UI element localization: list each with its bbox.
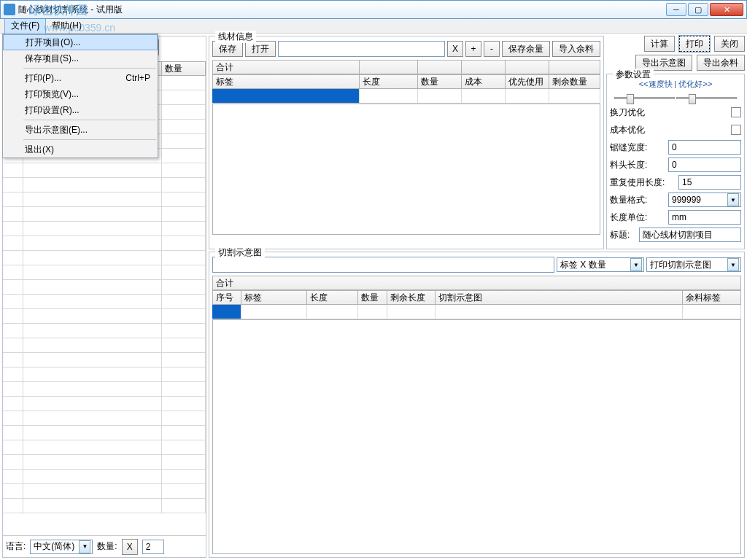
knife-label: 换刀优化 <box>610 106 665 119</box>
titlebar: 随心线材切割系统 - 试用版 ─ ▢ ✕ <box>0 0 747 19</box>
diagram-path-input[interactable] <box>212 257 554 273</box>
th-blank <box>549 60 600 74</box>
th-priority[interactable]: 优先使用 <box>506 74 549 89</box>
table-row[interactable] <box>3 178 206 192</box>
optimization-slider[interactable] <box>610 91 741 104</box>
th-blank <box>418 60 462 74</box>
print-button[interactable]: 打印 <box>679 36 710 52</box>
th-cost[interactable]: 成本 <box>462 74 506 89</box>
table-row[interactable] <box>3 484 206 499</box>
mat-x-button[interactable]: X <box>447 41 463 57</box>
th-length[interactable]: 长度 <box>360 74 418 89</box>
table-row[interactable] <box>3 440 206 455</box>
table-row[interactable] <box>3 368 206 382</box>
menu-printset-label: 打印设置(R)... <box>25 104 80 117</box>
th-blank <box>360 60 418 74</box>
menu-separator <box>23 139 156 140</box>
maximize-button[interactable]: ▢ <box>688 3 708 16</box>
table-row[interactable] <box>3 222 206 236</box>
menu-separator <box>23 68 156 69</box>
table-row[interactable] <box>3 192 206 207</box>
table-row[interactable] <box>3 265 206 280</box>
table-row[interactable] <box>3 280 206 295</box>
label-mode-select[interactable]: 标签 X 数量 <box>557 257 644 272</box>
table-row[interactable] <box>3 207 206 222</box>
table-row[interactable] <box>3 309 206 324</box>
table-row[interactable] <box>3 411 206 426</box>
reuse-label: 重复使用长度: <box>610 176 676 189</box>
qty-x-button[interactable]: X <box>122 539 138 555</box>
print-mode-select[interactable]: 打印切割示意图 <box>646 257 741 272</box>
material-table-body[interactable] <box>212 104 600 235</box>
table-row[interactable] <box>3 163 206 178</box>
print-mode-value: 打印切割示意图 <box>650 259 711 271</box>
table-row[interactable] <box>3 382 206 397</box>
close-button[interactable]: ✕ <box>710 3 743 16</box>
minimize-button[interactable]: ─ <box>666 3 686 16</box>
table-row[interactable] <box>3 455 206 470</box>
unit-input[interactable]: mm <box>668 210 741 225</box>
total-cell: 合计 <box>212 276 741 290</box>
th-diagram[interactable]: 切割示意图 <box>436 290 683 305</box>
import-remainder-button[interactable]: 导入余料 <box>552 41 600 57</box>
material-path-input[interactable] <box>278 41 445 57</box>
diagram-table-body[interactable] <box>212 319 741 554</box>
window-title: 随心线材切割系统 - 试用版 <box>18 4 666 16</box>
close-button[interactable]: 关闭 <box>714 36 745 52</box>
table-row[interactable] <box>3 236 206 251</box>
th-remlen[interactable]: 剩余长度 <box>387 290 436 305</box>
table-row[interactable] <box>3 295 206 309</box>
menu-print-preview[interactable]: 打印预览(V)... <box>3 86 158 102</box>
reuse-input[interactable]: 15 <box>678 175 741 190</box>
th-qty[interactable]: 数量 <box>418 74 462 89</box>
knife-checkbox[interactable] <box>731 107 741 117</box>
language-select[interactable]: 中文(简体) <box>30 540 93 554</box>
menu-open-project[interactable]: 打开项目(O)... <box>3 34 158 50</box>
save-remainder-button[interactable]: 保存余量 <box>502 41 550 57</box>
kerf-label: 锯缝宽度: <box>610 141 665 154</box>
table-row[interactable] <box>3 324 206 338</box>
mat-plus-button[interactable]: + <box>465 41 481 57</box>
th-no[interactable]: 序号 <box>212 290 241 305</box>
cost-checkbox[interactable] <box>731 125 741 135</box>
menu-print-label: 打印(P)... <box>25 72 61 85</box>
th-remaining[interactable]: 剩余数量 <box>549 74 600 89</box>
menu-file[interactable]: 文件(F) <box>4 18 46 34</box>
menu-export-diagram[interactable]: 导出示意图(E)... <box>3 122 158 138</box>
language-label: 语言: <box>6 540 26 553</box>
table-row[interactable] <box>212 305 741 319</box>
title-label: 标题: <box>610 229 636 241</box>
table-row[interactable] <box>3 499 206 513</box>
menu-save-project[interactable]: 保存项目(S)... <box>3 50 158 66</box>
th-tag[interactable]: 标签 <box>241 290 307 305</box>
th-qty[interactable]: 数量 <box>162 61 206 76</box>
th-tag[interactable]: 标签 <box>212 74 360 89</box>
quantity-input[interactable]: 2 <box>142 540 164 554</box>
mat-minus-button[interactable]: - <box>484 41 500 57</box>
title-input[interactable]: 随心线材切割项目 <box>639 228 741 242</box>
th-remtag[interactable]: 余料标签 <box>683 290 741 305</box>
table-row[interactable] <box>3 338 206 353</box>
export-remainder-button[interactable]: 导出余料 <box>697 55 745 71</box>
table-row[interactable] <box>3 470 206 484</box>
table-row[interactable] <box>212 89 600 104</box>
menu-print[interactable]: 打印(P)...Ctrl+P <box>3 70 158 86</box>
qtyfmt-select[interactable]: 999999 <box>668 192 741 207</box>
th-qty[interactable]: 数量 <box>358 290 387 305</box>
table-row[interactable] <box>3 426 206 440</box>
menu-exit-label: 退出(X) <box>25 144 54 156</box>
menu-print-settings[interactable]: 打印设置(R)... <box>3 102 158 118</box>
app-icon <box>4 4 15 15</box>
open-button[interactable]: 打开 <box>245 41 276 57</box>
save-button[interactable]: 保存 <box>212 41 243 57</box>
th-len[interactable]: 长度 <box>307 290 358 305</box>
kerf-input[interactable]: 0 <box>668 140 741 155</box>
table-row[interactable] <box>3 353 206 368</box>
calculate-button[interactable]: 计算 <box>644 36 675 52</box>
left-footer: 语言: 中文(简体) 数量: X 2 <box>3 535 206 557</box>
table-row[interactable] <box>3 251 206 265</box>
head-input[interactable]: 0 <box>668 158 741 172</box>
menu-exit[interactable]: 退出(X) <box>3 141 158 158</box>
table-row[interactable] <box>3 397 206 411</box>
menu-save-label: 保存项目(S)... <box>25 52 79 65</box>
